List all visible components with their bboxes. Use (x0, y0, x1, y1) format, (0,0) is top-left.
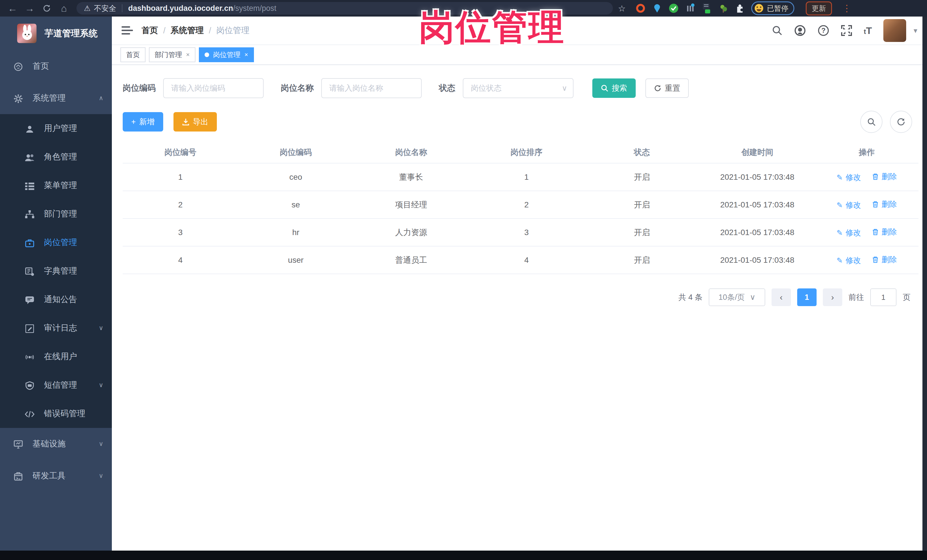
add-button[interactable]: + 新增 (123, 112, 163, 132)
sidebar-item-online-users[interactable]: 在线用户 (0, 342, 112, 371)
sidebar-item-sms-management[interactable]: 短信管理 ∨ (0, 371, 112, 399)
edit-link[interactable]: ✎修改 (837, 172, 861, 182)
browser-menu-icon[interactable]: ⋮ (842, 3, 852, 14)
breadcrumb-home[interactable]: 首页 (141, 25, 158, 36)
refresh-icon (654, 85, 661, 92)
next-page-button[interactable]: › (823, 288, 842, 306)
cell-name: 人力资源 (354, 219, 469, 246)
search-button-label: 搜索 (612, 83, 627, 93)
pagination: 共 4 条 10条/页 ∨ ‹ 1 › 前往 页 (123, 288, 918, 306)
avatar[interactable] (883, 19, 906, 42)
cell-name: 普通员工 (354, 246, 469, 274)
refresh-icon (897, 118, 905, 126)
page-1-button[interactable]: 1 (797, 288, 817, 306)
browser-home-button[interactable]: ⌂ (56, 2, 71, 15)
trash-icon (872, 173, 878, 180)
sidebar-item-home[interactable]: 首页 (0, 50, 112, 82)
sidebar-item-label: 基础设施 (32, 438, 65, 449)
sidebar-item-user-management[interactable]: 用户管理 (0, 114, 112, 143)
sidebar-item-label: 菜单管理 (44, 180, 77, 191)
green-check-extension-icon[interactable] (669, 3, 679, 14)
page-size-select[interactable]: 10条/页 ∨ (709, 288, 765, 306)
sms-icon (24, 380, 35, 390)
browser-back-button[interactable]: ← (5, 2, 20, 15)
edit-link[interactable]: ✎修改 (837, 255, 861, 266)
sidebar-item-post-management[interactable]: 岗位管理 (0, 228, 112, 257)
sidebar-item-menu-management[interactable]: 菜单管理 (0, 171, 112, 200)
cell-name: 董事长 (354, 163, 469, 191)
search-form: 岗位编码 岗位名称 状态 ∨ (123, 78, 918, 98)
toggle-search-button[interactable] (860, 111, 883, 133)
export-button[interactable]: 导出 (173, 112, 217, 132)
org-tree-icon (24, 209, 35, 219)
bookmark-star-icon[interactable]: ☆ (618, 3, 626, 14)
green-sprout-extension-icon[interactable] (718, 3, 728, 14)
font-size-icon[interactable]: tT (864, 25, 872, 36)
sidebar-item-role-management[interactable]: 角色管理 (0, 143, 112, 171)
gif-tool-extension-icon[interactable] (702, 3, 712, 14)
post-code-input[interactable] (163, 78, 264, 98)
delete-link[interactable]: 删除 (872, 255, 897, 265)
col-status: 状态 (584, 141, 700, 163)
prev-page-button[interactable]: ‹ (772, 288, 791, 306)
tab-post-management[interactable]: 岗位管理 × (199, 47, 254, 62)
goto-page-input[interactable] (870, 288, 897, 306)
sidebar-item-department-management[interactable]: 部门管理 (0, 200, 112, 228)
status-select[interactable] (463, 78, 573, 98)
security-chip[interactable]: ⚠ 不安全 (84, 3, 116, 14)
pencil-icon: ✎ (837, 201, 843, 210)
chevron-down-icon: ∨ (99, 440, 103, 448)
delete-link[interactable]: 删除 (872, 171, 897, 182)
help-icon[interactable]: ? (818, 24, 830, 36)
hamburger-icon[interactable] (122, 26, 133, 35)
puzzle-extensions-icon[interactable] (735, 3, 745, 14)
post-code-label: 岗位编码 (123, 82, 156, 94)
blue-pin-extension-icon[interactable] (652, 3, 662, 14)
sidebar-item-label: 审计日志 (44, 322, 77, 334)
browser-update-button[interactable]: 更新 (806, 2, 832, 15)
sidebar-item-label: 系统管理 (32, 93, 65, 104)
close-icon[interactable]: × (186, 51, 190, 58)
cell-created: 2021-01-05 17:03:48 (700, 163, 815, 191)
search-button[interactable]: 搜索 (592, 79, 636, 98)
delete-link[interactable]: 删除 (872, 199, 897, 209)
sidebar-item-dev-tools[interactable]: 研发工具 ∨ (0, 460, 112, 492)
status-label: 状态 (439, 82, 455, 94)
breadcrumb-system[interactable]: 系统管理 (171, 25, 204, 36)
sidebar-item-notice-announcement[interactable]: 通知公告 (0, 285, 112, 314)
extensions-row: 已暂停 更新 ⋮ (635, 2, 854, 15)
tab-department-management[interactable]: 部门管理 × (149, 47, 195, 62)
delete-link[interactable]: 删除 (872, 227, 897, 237)
post-name-input[interactable] (321, 78, 422, 98)
sidebar-item-dictionary-management[interactable]: 字典管理 (0, 257, 112, 285)
sidebar-item-infrastructure[interactable]: 基础设施 ∨ (0, 428, 112, 460)
sidebar-item-label: 短信管理 (44, 379, 77, 391)
github-icon[interactable] (794, 24, 806, 36)
tab-home[interactable]: 首页 (120, 47, 146, 62)
edit-link[interactable]: ✎修改 (837, 200, 861, 210)
orange-ring-extension-icon[interactable] (635, 3, 646, 14)
sliders-extension-icon[interactable] (685, 3, 695, 14)
col-actions: 操作 (815, 141, 918, 163)
caret-down-icon[interactable]: ▾ (913, 26, 917, 35)
paused-extension-badge[interactable]: 已暂停 (751, 2, 794, 15)
sidebar-item-error-code-management[interactable]: 错误码管理 (0, 399, 112, 428)
sidebar-item-audit-log[interactable]: 审计日志 ∨ (0, 314, 112, 342)
sidebar-item-system-management[interactable]: 系统管理 ∧ (0, 82, 112, 114)
browser-forward-button[interactable]: → (22, 2, 37, 15)
logo-row[interactable]: 芋道管理系统 (0, 17, 112, 50)
active-tab-dot (205, 53, 209, 57)
browser-reload-button[interactable] (40, 2, 54, 15)
trash-icon (872, 256, 878, 263)
header-search-icon[interactable] (772, 25, 783, 36)
total-count: 共 4 条 (678, 292, 702, 302)
close-icon[interactable]: × (245, 51, 248, 58)
user-icon (24, 123, 35, 133)
sidebar-item-label: 岗位管理 (44, 237, 77, 248)
fullscreen-icon[interactable] (841, 25, 852, 36)
edit-link[interactable]: ✎修改 (837, 228, 861, 238)
refresh-table-button[interactable] (890, 111, 912, 133)
page-content: 岗位编码 岗位名称 状态 ∨ (112, 65, 927, 560)
cell-code: user (238, 246, 353, 274)
reset-button[interactable]: 重置 (645, 79, 689, 98)
